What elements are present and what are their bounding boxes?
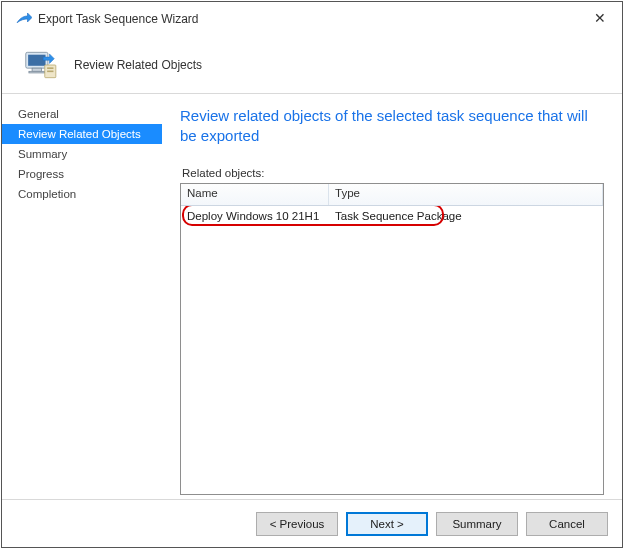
previous-button[interactable]: < Previous bbox=[256, 512, 338, 536]
page-step-title: Review Related Objects bbox=[74, 58, 202, 72]
wizard-sidebar: General Review Related Objects Summary P… bbox=[2, 94, 162, 499]
sidebar-item-progress[interactable]: Progress bbox=[2, 164, 162, 184]
main-heading: Review related objects of the selected t… bbox=[180, 106, 604, 147]
svg-rect-5 bbox=[47, 67, 53, 69]
cancel-button[interactable]: Cancel bbox=[526, 512, 608, 536]
list-cell-name: Deploy Windows 10 21H1 bbox=[181, 208, 329, 224]
next-button[interactable]: Next > bbox=[346, 512, 428, 536]
related-objects-label: Related objects: bbox=[182, 167, 604, 179]
column-header-type[interactable]: Type bbox=[329, 184, 603, 205]
list-body: Deploy Windows 10 21H1 Task Sequence Pac… bbox=[181, 206, 603, 495]
header-band: Review Related Objects bbox=[2, 36, 622, 94]
export-arrow-icon bbox=[14, 10, 32, 28]
sidebar-item-review-related-objects[interactable]: Review Related Objects bbox=[2, 124, 162, 144]
svg-rect-6 bbox=[47, 70, 53, 72]
wizard-main: Review related objects of the selected t… bbox=[162, 94, 622, 499]
list-cell-type: Task Sequence Package bbox=[329, 208, 603, 224]
wizard-window: Export Task Sequence Wizard ✕ Review Rel… bbox=[1, 1, 623, 548]
sidebar-item-summary[interactable]: Summary bbox=[2, 144, 162, 164]
list-item[interactable]: Deploy Windows 10 21H1 Task Sequence Pac… bbox=[181, 206, 603, 226]
summary-button[interactable]: Summary bbox=[436, 512, 518, 536]
related-objects-list[interactable]: Name Type Deploy Windows 10 21H1 Task Se… bbox=[180, 183, 604, 496]
wizard-footer: < Previous Next > Summary Cancel bbox=[2, 499, 622, 547]
close-button[interactable]: ✕ bbox=[590, 10, 610, 26]
column-header-name[interactable]: Name bbox=[181, 184, 329, 205]
titlebar: Export Task Sequence Wizard ✕ bbox=[2, 2, 622, 36]
sidebar-item-completion[interactable]: Completion bbox=[2, 184, 162, 204]
wizard-body: General Review Related Objects Summary P… bbox=[2, 94, 622, 499]
list-header: Name Type bbox=[181, 184, 603, 206]
svg-rect-3 bbox=[29, 71, 45, 73]
svg-rect-2 bbox=[32, 68, 42, 71]
sidebar-item-general[interactable]: General bbox=[2, 104, 162, 124]
svg-rect-1 bbox=[28, 54, 45, 65]
window-title: Export Task Sequence Wizard bbox=[38, 12, 199, 26]
computer-icon bbox=[20, 45, 60, 85]
